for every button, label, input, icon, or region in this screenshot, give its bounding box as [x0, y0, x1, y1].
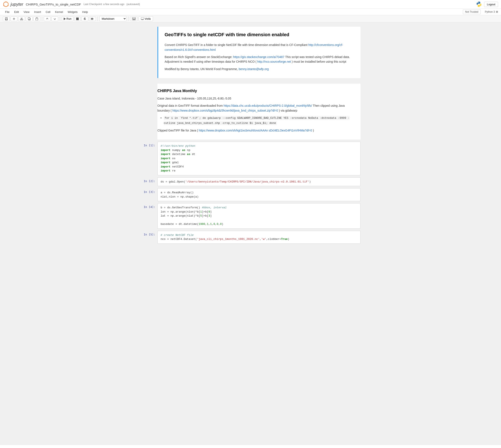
- svg-point-4: [478, 2, 479, 2]
- markdown-cell-1-content: GeoTIFFs to single netCDF with time dime…: [157, 27, 361, 78]
- svg-marker-19: [64, 17, 66, 20]
- code-cell-4-code: b = ds.GetGeoTransform() #bbox, interval…: [158, 204, 360, 228]
- svg-point-1: [5, 1, 6, 2]
- code-cell-5-input[interactable]: # create NetCDF file nco = netCDF4.Datas…: [157, 231, 361, 244]
- code-cell-2-input[interactable]: ds = gdal.Open('/Users/bennyistanto/Temp…: [157, 177, 361, 186]
- arrow-down-icon: [53, 17, 56, 20]
- svg-point-2: [8, 5, 8, 6]
- topbar-right: Logout: [476, 1, 498, 7]
- jupyter-wordmark: jupyter: [11, 2, 23, 7]
- code-cell-2: In [2]: ds = gdal.Open('/Users/bennyista…: [134, 177, 367, 186]
- svg-rect-7: [6, 17, 7, 18]
- svg-rect-27: [132, 19, 133, 19]
- svg-marker-21: [91, 17, 92, 20]
- cell2-para3: Clipped GeoTIFF file for Java ( https://…: [157, 128, 354, 133]
- keyboard-button[interactable]: [130, 17, 138, 21]
- toolbar: Run Markdown Code Raw NBConvert Voilà: [0, 15, 501, 22]
- logout-button[interactable]: Logout: [484, 2, 498, 7]
- code-cell-4-input[interactable]: b = ds.GetGeoTransform() #bbox, interval…: [157, 203, 361, 229]
- cell-3-label: In [3]:: [140, 188, 157, 201]
- menubar: File Edit View Insert Cell Kernel Widget…: [0, 9, 501, 15]
- display-icon: [141, 17, 144, 20]
- code-cell-4: In [4]: b = ds.GetGeoTransform() #bbox, …: [134, 203, 367, 229]
- arrow-up-icon: [46, 17, 49, 20]
- svg-point-0: [4, 2, 8, 7]
- dropbox-link-1[interactable]: https://www.dropbox.com/s/bgz8p4dz5hcwn9…: [172, 109, 278, 112]
- fast-forward-icon: [91, 17, 94, 20]
- code-cell-3-code: a = ds.ReadAsArray() nlat,nlon = np.shap…: [158, 189, 360, 201]
- code-cell-2-code: ds = gdal.Open('/Users/bennyistanto/Temp…: [158, 178, 360, 186]
- code-cell-1-code: #!/usr/bin/env python import numpy as np…: [158, 142, 360, 175]
- cell2-para1: Case Java island, Indonesia - 105.05,116…: [157, 96, 354, 101]
- svg-rect-20: [76, 17, 79, 20]
- markdown-cell-2-content: CHIRPS Java Monthly Case Java island, In…: [157, 84, 361, 140]
- svg-point-11: [20, 19, 21, 20]
- menu-cell[interactable]: Cell: [44, 10, 52, 14]
- menu-view[interactable]: View: [21, 10, 31, 14]
- code-cell-3-input[interactable]: a = ds.ReadAsArray() nlat,nlon = np.shap…: [157, 188, 361, 201]
- kernel-label: Python 3: [485, 10, 495, 13]
- chirps-data-link[interactable]: https://data.chc.ucsb.edu/products/CHIRP…: [224, 104, 313, 107]
- svg-rect-31: [141, 17, 144, 19]
- code-cell-3-wrapper: In [3]: a = ds.ReadAsArray() nlat,nlon =…: [140, 188, 361, 201]
- restart-icon: [83, 17, 86, 20]
- voila-button[interactable]: Voilà: [138, 16, 153, 21]
- paste-icon: [35, 17, 38, 20]
- restart-button[interactable]: [81, 16, 88, 21]
- notebook-title[interactable]: CHIRPS_GeoTIFFs_to_single_netCDF: [26, 2, 81, 6]
- run-button[interactable]: Run: [62, 16, 73, 21]
- run-icon: [64, 17, 66, 20]
- copy-button[interactable]: [26, 16, 32, 21]
- code-cell-5-code: # create NetCDF file nco = netCDF4.Datas…: [158, 231, 360, 243]
- code-cell-2-wrapper: In [2]: ds = gdal.Open('/Users/bennyista…: [140, 177, 361, 186]
- svg-rect-8: [6, 19, 7, 20]
- svg-point-12: [22, 19, 23, 20]
- save-button[interactable]: [3, 16, 10, 21]
- code-cell-4-wrapper: In [4]: b = ds.GetGeoTransform() #bbox, …: [140, 203, 361, 229]
- svg-rect-24: [132, 18, 133, 18]
- toolbar-sep-4: [128, 16, 128, 21]
- fast-forward-button[interactable]: [89, 17, 96, 21]
- cell-type-select[interactable]: Markdown Code Raw NBConvert: [99, 16, 126, 21]
- copy-icon: [28, 17, 31, 20]
- stop-button[interactable]: [74, 17, 81, 21]
- logo-area: jupyter: [3, 1, 23, 7]
- cell1-para1: Convert CHIRPS GeoTIFF in a folder to si…: [165, 43, 354, 52]
- notebook: GeoTIFFs to single netCDF with time dime…: [0, 22, 501, 445]
- menu-file[interactable]: File: [3, 10, 12, 14]
- cut-button[interactable]: [18, 16, 25, 21]
- stackexchange-link[interactable]: https://gis.stackexchange.com/a/70487: [233, 55, 285, 59]
- email-link[interactable]: benny.istanto@wfp.org: [239, 67, 269, 71]
- svg-marker-22: [92, 17, 93, 20]
- paste-button[interactable]: [33, 16, 40, 21]
- svg-rect-29: [135, 19, 136, 19]
- code-cell-5: In [5]: # create NetCDF file nco = netCD…: [134, 231, 367, 244]
- code-cell-5-wrapper: In [5]: # create NetCDF file nco = netCD…: [140, 231, 361, 244]
- code-cell-1-input[interactable]: #!/usr/bin/env python import numpy as np…: [157, 142, 361, 175]
- menu-kernel[interactable]: Kernel: [53, 10, 65, 14]
- cell1-heading: GeoTIFFs to single netCDF with time dime…: [165, 31, 354, 38]
- code-cell-3: In [3]: a = ds.ReadAsArray() nlat,nlon =…: [134, 188, 367, 201]
- svg-point-5: [479, 6, 480, 7]
- trusted-badge[interactable]: Not Trusted: [463, 10, 481, 14]
- nco-link[interactable]: http://nco.sourceforge.net: [257, 60, 291, 63]
- scissors-icon: [20, 17, 23, 20]
- menu-edit[interactable]: Edit: [12, 10, 21, 14]
- cell2-heading: CHIRPS Java Monthly: [157, 88, 354, 94]
- move-up-button[interactable]: [44, 16, 51, 21]
- svg-rect-25: [134, 18, 134, 18]
- toolbar-sep-1: [42, 16, 42, 21]
- add-cell-button[interactable]: [11, 16, 17, 21]
- svg-rect-16: [28, 17, 30, 19]
- jupyter-logo-icon: [3, 1, 9, 7]
- menu-widgets[interactable]: Widgets: [66, 10, 80, 14]
- move-down-button[interactable]: [51, 16, 58, 21]
- menu-insert[interactable]: Insert: [32, 10, 43, 14]
- checkpoint-info: Last Checkpoint: a few seconds ago (auto…: [84, 3, 140, 6]
- topbar: jupyter CHIRPS_GeoTIFFs_to_single_netCDF…: [0, 0, 501, 9]
- stop-icon: [76, 17, 79, 20]
- svg-point-3: [3, 5, 4, 6]
- dropbox-link-2[interactable]: https://www.dropbox.com/sh/kgt1ixcbmuh0o…: [199, 129, 312, 132]
- menu-help[interactable]: Help: [80, 10, 90, 14]
- toolbar-sep-2: [60, 16, 60, 21]
